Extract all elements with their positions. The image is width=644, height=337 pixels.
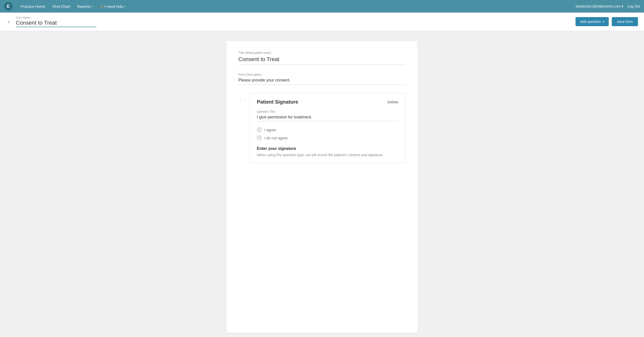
add-question-label: Add question [580, 20, 601, 24]
radio-label-disagree: I do not agree. [264, 136, 289, 140]
header-actions: Add question ▾ Save form [576, 17, 638, 26]
delete-question-button[interactable]: Delete [387, 100, 398, 104]
nav-help[interactable]: ⚠ I need help ▾ [97, 3, 129, 10]
title-field-value[interactable]: Consent to Treat [238, 56, 406, 65]
reports-chevron-icon: ▾ [91, 5, 93, 8]
form-name-input[interactable] [16, 20, 96, 27]
top-navigation: E Practice Home Find Chart Reports ▾ ⚠ I… [0, 0, 644, 13]
description-field-value[interactable]: Please provide your consent. [238, 78, 406, 85]
signature-title: Enter your signature [257, 146, 398, 151]
radio-label-agree: I agree. [264, 128, 277, 132]
main-content: Title (What patient sees) Consent to Tre… [0, 31, 644, 337]
question-card-wrapper: ⋮⋮ Patient Signature Delete Question Tex… [238, 93, 406, 163]
user-email[interactable]: testdoctor1@elationemr.com ▾ [576, 4, 623, 8]
question-text-label: Question Text [257, 110, 398, 113]
help-label: I need help [104, 4, 123, 9]
nav-items: Practice Home Find Chart Reports ▾ ⚠ I n… [18, 3, 576, 10]
description-field-group: Form Description Please provide your con… [238, 73, 406, 85]
title-field-group: Title (What patient sees) Consent to Tre… [238, 51, 406, 65]
question-card: Patient Signature Delete Question Text I… [249, 93, 406, 163]
form-name-label: Form Name [16, 16, 576, 19]
question-text-input[interactable] [257, 115, 398, 121]
back-button[interactable]: ‹ [6, 18, 12, 26]
add-question-button[interactable]: Add question ▾ [576, 17, 609, 26]
reports-label: Reports [77, 4, 90, 9]
title-field-label: Title (What patient sees) [238, 51, 406, 55]
radio-option-disagree[interactable]: I do not agree. [257, 135, 398, 140]
nav-practice-home[interactable]: Practice Home [18, 3, 48, 10]
form-container: Title (What patient sees) Consent to Tre… [226, 41, 418, 333]
form-header: ‹ Form Name Add question ▾ Save form [0, 13, 644, 31]
radio-circle-disagree [257, 135, 262, 140]
nav-find-chart[interactable]: Find Chart [49, 3, 73, 10]
radio-options: I agree. I do not agree. [257, 127, 398, 140]
question-type-title: Patient Signature [257, 99, 298, 105]
signature-description: When using this question type, we will r… [257, 153, 398, 157]
help-chevron-icon: ▾ [124, 5, 126, 8]
logout-button[interactable]: Log Out [627, 4, 640, 8]
warning-icon: ⚠ [100, 4, 103, 9]
drag-handle-icon[interactable]: ⋮⋮ [238, 98, 246, 103]
radio-circle-agree [257, 127, 262, 132]
question-card-header: Patient Signature Delete [257, 99, 398, 105]
question-section: ⋮⋮ Patient Signature Delete Question Tex… [238, 93, 406, 163]
email-chevron-icon: ▾ [622, 4, 623, 8]
radio-option-agree[interactable]: I agree. [257, 127, 398, 132]
signature-section: Enter your signature When using this que… [257, 146, 398, 157]
nav-reports[interactable]: Reports ▾ [74, 3, 96, 10]
form-name-section: Form Name [16, 16, 576, 27]
description-field-label: Form Description [238, 73, 406, 76]
app-logo[interactable]: E [4, 2, 13, 11]
nav-right: testdoctor1@elationemr.com ▾ Log Out [576, 4, 640, 8]
add-question-chevron-icon: ▾ [603, 20, 604, 23]
save-form-button[interactable]: Save form [612, 17, 638, 26]
